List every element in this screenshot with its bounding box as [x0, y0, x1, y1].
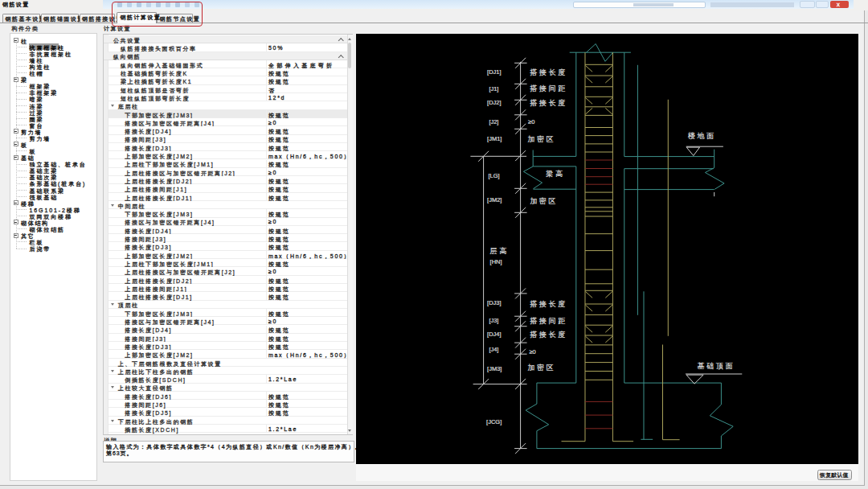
svg-text:≥0: ≥0: [528, 119, 534, 126]
svg-text:[JM1]: [JM1]: [487, 135, 502, 142]
svg-text:搭接长度: 搭接长度: [530, 331, 567, 339]
svg-text:[DJ2]: [DJ2]: [487, 100, 501, 107]
svg-text:[JM2]: [JM2]: [487, 196, 502, 203]
svg-text:搭接长度: 搭接长度: [530, 100, 567, 108]
svg-text:梁高: 梁高: [547, 171, 565, 179]
svg-text:[DJ1]: [DJ1]: [487, 68, 501, 76]
svg-text:[HN]: [HN]: [490, 259, 502, 266]
svg-text:加密区: 加密区: [528, 135, 556, 143]
svg-text:[JM3]: [JM3]: [487, 365, 502, 372]
svg-text:[DJ4]: [DJ4]: [487, 331, 501, 338]
svg-text:基础顶面: 基础顶面: [698, 363, 735, 371]
svg-text:[J1]: [J1]: [489, 85, 499, 92]
svg-text:搭接长度: 搭接长度: [530, 68, 567, 76]
svg-text:搭接间距: 搭接间距: [530, 317, 567, 325]
svg-text:层高: 层高: [490, 247, 509, 255]
svg-text:搭接长度: 搭接长度: [530, 300, 567, 308]
svg-text:[J2]: [J2]: [489, 119, 499, 126]
svg-text:[J4]: [J4]: [489, 346, 499, 353]
svg-text:[LG]: [LG]: [489, 172, 500, 179]
svg-text:加密区: 加密区: [530, 197, 559, 205]
svg-text:[J3]: [J3]: [489, 317, 499, 324]
svg-text:≥0: ≥0: [530, 348, 536, 355]
svg-text:[DJ3]: [DJ3]: [487, 299, 501, 306]
svg-text:加密区: 加密区: [528, 364, 556, 372]
svg-text:搭接间距: 搭接间距: [530, 84, 567, 92]
svg-text:楼地面: 楼地面: [687, 132, 716, 140]
svg-text:[JCG]: [JCG]: [486, 418, 502, 425]
